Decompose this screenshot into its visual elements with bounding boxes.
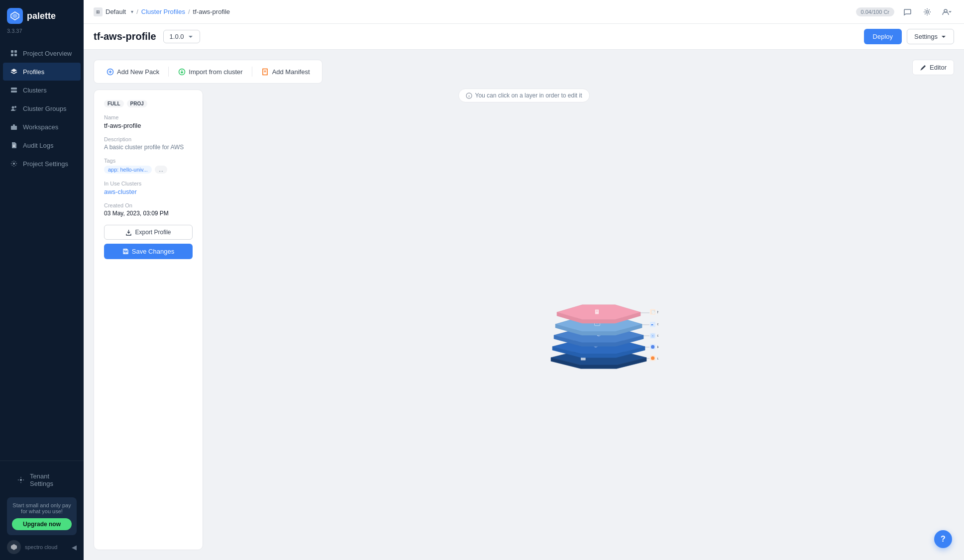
profile-card: FULL PROJ Name tf-aws-profile Descriptio…: [94, 90, 203, 550]
page-title: tf-aws-profile: [94, 31, 156, 42]
breadcrumb-workspace[interactable]: ⊞ Default ▾: [94, 7, 133, 16]
toolbar-divider-2: [252, 67, 252, 77]
settings-label: Settings: [914, 33, 938, 40]
tenant-settings-icon: [17, 476, 25, 484]
plus-circle-icon: [106, 68, 114, 76]
help-button[interactable]: ?: [934, 530, 952, 548]
clusters-label: In Use Clusters: [104, 181, 193, 187]
svg-text:cni-calico 3.24.5: cni-calico 3.24.5: [657, 333, 658, 338]
file-text-icon: [10, 141, 18, 149]
version-select[interactable]: 1.0.0: [163, 30, 201, 43]
profile-clusters-field: In Use Clusters aws-cluster: [104, 181, 193, 195]
svg-text:hello-universe 1.0.0: hello-universe 1.0.0: [657, 310, 658, 314]
svg-rect-12: [11, 126, 17, 130]
sidebar-item-profiles[interactable]: Profiles: [3, 63, 81, 81]
sidebar-item-audit-logs[interactable]: Audit Logs: [3, 136, 81, 154]
editor-button[interactable]: Editor: [912, 60, 954, 75]
user-icon-button[interactable]: [940, 5, 954, 19]
badge-proj: PROJ: [127, 100, 147, 107]
toolbar: Add New Pack Import from cluster Add Man…: [94, 60, 322, 84]
brand-name: spectro cloud: [25, 544, 57, 550]
export-label: Export Profile: [135, 229, 171, 236]
desc-value: A basic cluster profile for AWS: [104, 144, 193, 151]
breadcrumb: ⊞ Default ▾ / Cluster Profiles / tf-aws-…: [94, 7, 230, 16]
main-content: FULL PROJ Name tf-aws-profile Descriptio…: [94, 90, 954, 550]
sidebar-bottom: Tenant Settings Start small and only pay…: [0, 461, 84, 560]
breadcrumb-section-link[interactable]: Cluster Profiles: [141, 8, 185, 15]
badge-full: FULL: [104, 100, 124, 107]
server-icon: [10, 86, 18, 94]
svg-point-61: [652, 335, 653, 337]
sidebar-item-workspaces[interactable]: Workspaces: [3, 118, 81, 136]
sidebar-footer: spectro cloud ◀: [7, 540, 77, 554]
sidebar-item-project-settings[interactable]: Project Settings: [3, 155, 81, 173]
cluster-link[interactable]: aws-cluster: [104, 188, 137, 195]
breadcrumb-sep1: /: [136, 8, 138, 15]
page-header-actions: Deploy Settings: [864, 29, 954, 44]
sidebar-item-tenant-settings[interactable]: Tenant Settings: [10, 467, 74, 492]
kubernetes-label: kubernetes 1.24.10 Kubernetes: [650, 344, 658, 350]
add-manifest-button[interactable]: Add Manifest: [256, 65, 315, 78]
svg-text:ubuntu-aws 20.04: ubuntu-aws 20.04: [657, 356, 658, 361]
add-new-pack-button[interactable]: Add New Pack: [101, 65, 164, 78]
breadcrumb-workspace-label: Default: [106, 8, 126, 15]
stack-svg: 📄 hello-universe 1.0.0 Manifest ☁ csi-aw…: [509, 250, 658, 399]
collapse-icon[interactable]: ◀: [72, 544, 77, 551]
add-pack-label: Add New Pack: [117, 68, 159, 76]
created-value: 03 May, 2023, 03:09 PM: [104, 210, 193, 217]
breadcrumb-current: tf-aws-profile: [193, 8, 230, 15]
layers-icon: [10, 68, 18, 76]
storage-label: ☁ csi-aws-ebs 1.16.0 Storage: [650, 322, 658, 327]
profile-created-field: Created On 03 May, 2023, 03:09 PM: [104, 202, 193, 217]
sidebar-item-label: Tenant Settings: [30, 472, 67, 487]
main-area: ⊞ Default ▾ / Cluster Profiles / tf-aws-…: [84, 0, 964, 560]
settings-icon-button[interactable]: [920, 5, 934, 19]
sidebar-item-label: Project Settings: [23, 160, 68, 168]
usage-indicator: 0.04/100 Cr: [856, 7, 894, 16]
sidebar: palette 3.3.37 Project Overview Profiles…: [0, 0, 84, 560]
svg-rect-2: [11, 50, 13, 53]
topbar: ⊞ Default ▾ / Cluster Profiles / tf-aws-…: [84, 0, 964, 24]
export-profile-button[interactable]: Export Profile: [104, 225, 193, 240]
profile-tags-field: Tags app: hello-univ... ...: [104, 158, 193, 174]
sidebar-item-label: Cluster Groups: [23, 105, 66, 112]
import-from-cluster-button[interactable]: Import from cluster: [173, 65, 247, 78]
svg-point-18: [926, 10, 929, 13]
breadcrumb-sep2: /: [188, 8, 190, 15]
toolbar-divider-1: [168, 67, 169, 77]
sidebar-item-cluster-groups[interactable]: Cluster Groups: [3, 99, 81, 117]
import-cluster-label: Import from cluster: [189, 68, 242, 76]
page-header: tf-aws-profile 1.0.0 Deploy Settings: [84, 24, 964, 50]
svg-point-9: [15, 91, 16, 92]
logo-text: palette: [27, 11, 56, 21]
name-value: tf-aws-profile: [104, 122, 193, 129]
settings-icon: [10, 160, 18, 168]
svg-text:kubernetes 1.24.10: kubernetes 1.24.10: [657, 345, 658, 349]
topbar-right: 0.04/100 Cr: [856, 5, 954, 19]
svg-text:csi-aws-ebs 1.16.0: csi-aws-ebs 1.16.0: [657, 322, 658, 326]
chat-icon-button[interactable]: [900, 5, 914, 19]
tag-1[interactable]: app: hello-univ...: [104, 166, 152, 174]
sidebar-item-project-overview[interactable]: Project Overview: [3, 44, 81, 62]
sidebar-item-clusters[interactable]: Clusters: [3, 81, 81, 99]
tag-more[interactable]: ...: [155, 166, 167, 174]
upgrade-text: Start small and only pay for what you us…: [12, 502, 72, 514]
save-changes-button[interactable]: Save Changes: [104, 244, 193, 259]
tags-row: app: hello-univ... ...: [104, 166, 193, 174]
stack-visualization: 📄 hello-universe 1.0.0 Manifest ☁ csi-aw…: [213, 99, 954, 550]
upgrade-button[interactable]: Upgrade now: [12, 518, 72, 530]
deploy-button[interactable]: Deploy: [864, 29, 902, 44]
svg-point-11: [14, 106, 16, 108]
svg-rect-48: [595, 309, 598, 314]
settings-button[interactable]: Settings: [907, 29, 954, 44]
os-label: ubuntu-aws 20.04 OS: [650, 356, 658, 361]
svg-point-8: [15, 88, 16, 89]
import-icon: [178, 68, 186, 76]
desc-label: Description: [104, 136, 193, 142]
name-label: Name: [104, 114, 193, 120]
users-icon: [10, 104, 18, 112]
profile-actions: Export Profile Save Changes: [104, 225, 193, 259]
save-label: Save Changes: [132, 248, 174, 255]
profile-desc-field: Description A basic cluster profile for …: [104, 136, 193, 151]
manifest-label: 📄 hello-universe 1.0.0 Manifest: [650, 309, 658, 315]
